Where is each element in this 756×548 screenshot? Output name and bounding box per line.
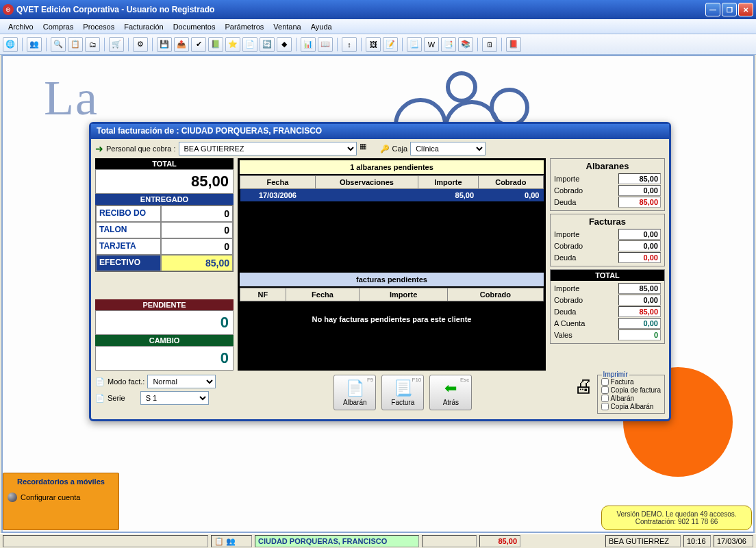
facturas-title: facturas pendientes (240, 273, 544, 286)
pendiente-value: 0 (95, 310, 234, 335)
tool-icon[interactable]: 🗓 (482, 37, 497, 52)
reminders-panel: Recordatorios a móviles Configurar cuent… (3, 473, 119, 530)
status-icons: 📋 👥 (211, 535, 252, 547)
total-header: TOTAL (95, 158, 234, 169)
tool-icon[interactable]: ✔ (191, 37, 206, 52)
status-client: CIUDAD PORQUERAS, FRANCISCO (255, 535, 419, 547)
menu-facturacion[interactable]: Facturación (120, 21, 167, 32)
status-cell (422, 535, 477, 547)
caja-label: Caja (392, 145, 408, 153)
app-icon: ⊛ (3, 4, 14, 15)
tool-icon[interactable]: 📖 (318, 37, 333, 52)
tool-icon[interactable]: 📄 (242, 37, 257, 52)
minimize-button[interactable]: — (705, 3, 720, 16)
cambio-header: CAMBIO (95, 335, 234, 346)
reminders-title: Recordatorios a móviles (8, 477, 114, 486)
brand-watermark: La (44, 70, 99, 127)
personal-label: Personal que cobra : (106, 145, 176, 153)
payment-row: TALON0 (96, 222, 233, 238)
tool-icon[interactable]: 📊 (301, 37, 316, 52)
tool-icon[interactable]: 📃 (407, 37, 422, 52)
serie-label: Serie (108, 394, 125, 402)
print-albaran-check[interactable] (601, 395, 609, 402)
total-value: 85,00 (95, 169, 234, 194)
modo-label: Modo fact.: (108, 377, 144, 386)
tool-icon[interactable]: 🔄 (260, 37, 275, 52)
doc-icon: 📄 (95, 377, 105, 386)
menu-compras[interactable]: Compras (39, 21, 78, 32)
tool-icon[interactable]: 📕 (506, 37, 521, 52)
tool-icon[interactable]: 💾 (157, 37, 172, 52)
printer-icon[interactable]: 🖨 (574, 375, 593, 397)
close-button[interactable]: ✕ (738, 3, 753, 16)
status-time: 10:16 (683, 535, 711, 547)
doc-icon: 📄 (95, 394, 105, 403)
tool-icon[interactable]: 🗂 (85, 37, 100, 52)
document-icon: 📄 (346, 379, 364, 397)
grid-icon[interactable]: ▦ (360, 142, 373, 155)
payment-row: RECIBO DO0 (96, 206, 233, 222)
cambio-value: 0 (95, 346, 234, 371)
tool-icon[interactable]: 🔍 (51, 37, 66, 52)
menu-parametros[interactable]: Parámetros (220, 21, 268, 32)
document-icon: 📃 (394, 379, 412, 397)
print-factura-check[interactable] (601, 378, 609, 386)
demo-notice: Versión DEMO. Le quedan 49 accesos. Cont… (601, 506, 752, 530)
personal-select[interactable]: BEA GUTIERREZ (179, 142, 357, 155)
menu-ayuda[interactable]: Ayuda (307, 21, 336, 32)
dialog-title: Total facturación de : CIUDAD PORQUERAS,… (91, 124, 669, 139)
tool-icon[interactable]: ⭐ (225, 37, 240, 52)
tool-icon[interactable]: 📤 (174, 37, 189, 52)
tool-icon[interactable]: ↕ (342, 37, 357, 52)
albaranes-table[interactable]: FechaObservacionesImporteCobrado 17/03/2… (240, 175, 544, 201)
tool-icon[interactable]: 🌐 (3, 37, 18, 52)
main-titlebar: ⊛ QVET Edición Corporativa - Usuario no … (0, 0, 756, 19)
tool-icon[interactable]: 📑 (441, 37, 456, 52)
tool-icon[interactable]: 📗 (208, 37, 223, 52)
menu-ventana[interactable]: Ventana (269, 21, 305, 32)
payments-grid: RECIBO DO0 TALON0 TARJETA0 EFECTIVO85,00 (95, 205, 234, 272)
facturas-empty: No hay facturas pendientes para este cli… (240, 303, 544, 369)
billing-dialog: Total facturación de : CIUDAD PORQUERAS,… (89, 122, 671, 421)
serie-select[interactable]: S 1 (140, 391, 209, 405)
menu-archivo[interactable]: Archivo (4, 21, 38, 32)
tool-icon[interactable]: 🛒 (109, 37, 124, 52)
tool-icon[interactable]: ◆ (277, 37, 292, 52)
entregado-header: ENTREGADO (95, 194, 234, 205)
configure-account-link[interactable]: Configurar cuenta (8, 493, 114, 502)
table-row[interactable]: 17/03/2006 85,000,00 (240, 189, 544, 202)
albaranes-title: 1 albaranes pendientes (240, 160, 544, 174)
arrow-icon: ➜ (95, 143, 103, 154)
summary-total: TOTAL Importe85,00 Cobrado0,00 Deuda85,0… (550, 269, 665, 344)
maximize-button[interactable]: ❐ (722, 3, 737, 16)
tool-icon[interactable]: 📚 (458, 37, 473, 52)
summary-facturas: Facturas Importe0,00 Cobrado0,00 Deuda0,… (550, 214, 665, 266)
menu-procesos[interactable]: Procesos (79, 21, 118, 32)
tool-icon[interactable]: 👥 (27, 37, 42, 52)
menu-documentos[interactable]: Documentos (169, 21, 220, 32)
modo-select[interactable]: Normal (147, 375, 216, 388)
payment-row: EFECTIVO85,00 (96, 255, 233, 271)
back-arrow-icon: ⬅ (444, 379, 457, 397)
print-options: Imprimir Factura Copia de factura Albará… (597, 375, 665, 414)
payment-row: TARJETA0 (96, 238, 233, 255)
tool-icon[interactable]: 🖼 (366, 37, 381, 52)
factura-button[interactable]: F10📃Factura (381, 375, 424, 410)
globe-icon (8, 493, 17, 502)
albaran-button[interactable]: F9📄Albarán (333, 375, 376, 410)
tool-icon[interactable]: W (424, 37, 439, 52)
print-copia-albaran-check[interactable] (601, 403, 609, 410)
caja-select[interactable]: Clínica (410, 142, 486, 155)
atras-button[interactable]: Esc⬅Atrás (429, 375, 472, 410)
statusbar: 📋 👥 CIUDAD PORQUERAS, FRANCISCO 85,00 BE… (0, 533, 756, 548)
toolbar: 🌐 👥 🔍 📋 🗂 🛒 ⚙ 💾 📤 ✔ 📗 ⭐ 📄 🔄 ◆ 📊 📖 ↕ 🖼 📝 … (0, 34, 756, 55)
summary-albaranes: Albaranes Importe85,00 Cobrado0,00 Deuda… (550, 158, 665, 211)
status-cell (3, 535, 208, 547)
tool-icon[interactable]: ⚙ (133, 37, 148, 52)
tool-icon[interactable]: 📝 (383, 37, 398, 52)
tool-icon[interactable]: 📋 (68, 37, 83, 52)
facturas-table[interactable]: NFFechaImporteCobrado (240, 288, 544, 301)
print-copia-factura-check[interactable] (601, 386, 609, 394)
window-title: QVET Edición Corporativa - Usuario no Re… (16, 5, 705, 14)
pendiente-header: PENDIENTE (95, 299, 234, 310)
